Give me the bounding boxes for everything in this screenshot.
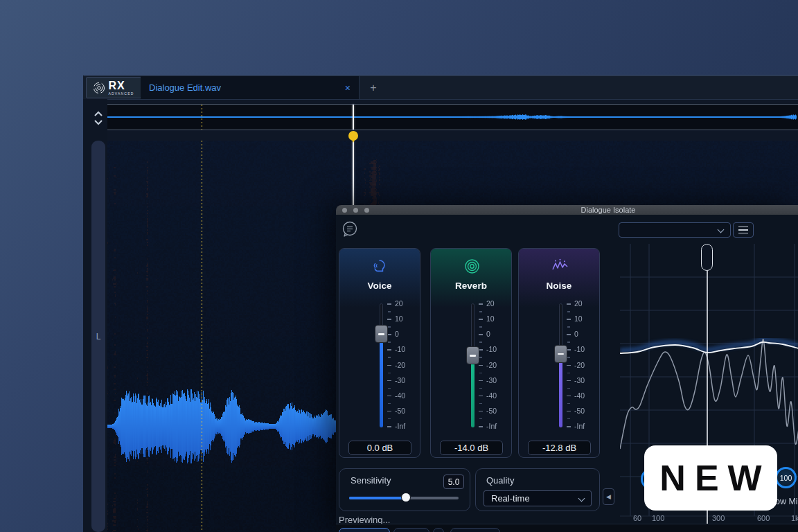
channel-strip[interactable]: L (91, 141, 105, 532)
footer-button[interactable] (450, 528, 500, 532)
help-tip-button[interactable] (341, 220, 359, 238)
reverb-fader-handle[interactable] (466, 346, 479, 364)
chevron-down-icon (94, 119, 103, 125)
sensitivity-panel: Sensitivity 5.0 (339, 468, 470, 511)
frequency-marker-handle[interactable] (701, 244, 713, 271)
channel-label: L (96, 332, 101, 342)
freq-tick-label: 60 (633, 514, 641, 522)
freq-tick-label: 100 (652, 514, 664, 522)
voice-icon (372, 258, 389, 275)
noise-gain-value[interactable]: -12.8 dB (528, 441, 591, 455)
dialogue-isolate-titlebar[interactable]: Dialogue Isolate (336, 205, 798, 215)
fader-label: Noise (519, 281, 599, 291)
voice-fader-handle[interactable] (375, 325, 388, 343)
footer-preview-button[interactable] (339, 528, 390, 532)
new-badge-text: NEW (659, 457, 770, 499)
reverb-gain-value[interactable]: -14.0 dB (440, 441, 503, 455)
mix-knob-label: ow Mix (775, 497, 798, 506)
reverb-fader-panel: Reverb 20100-10-20-30-40-50-Inf -14.0 dB (430, 248, 512, 458)
tab-close-icon[interactable]: × (345, 82, 351, 94)
preset-dropdown[interactable] (619, 222, 731, 238)
noise-fader-panel: Noise 20100-10-20-30-40-50-Inf -12.8 dB (518, 248, 600, 458)
hamburger-icon (738, 227, 748, 228)
reverb-icon (463, 258, 481, 275)
voice-gain-value[interactable]: 0.0 dB (348, 441, 411, 455)
overview-waveform-canvas[interactable] (107, 105, 797, 130)
spectrum-curve (620, 339, 798, 449)
sensitivity-value[interactable]: 5.0 (443, 475, 464, 489)
quality-selected: Real-time (491, 493, 530, 504)
spectrogram-time-marker (202, 141, 202, 532)
overview-time-marker (202, 105, 202, 130)
speech-bubble-icon (341, 220, 359, 238)
footer-button[interactable] (433, 528, 444, 532)
rx-swirl-icon (93, 82, 105, 94)
overview-playhead[interactable] (353, 105, 354, 130)
chevron-down-icon (718, 227, 725, 233)
freq-tick-label: 600 (757, 514, 770, 522)
voice-fader-fill (380, 334, 383, 427)
preset-menu-button[interactable] (733, 222, 754, 238)
voice-fader-panel: Voice 20100-10-20-30-40-50-Inf 0.0 dB (339, 248, 420, 458)
chevron-up-icon (94, 111, 103, 117)
fader-label: Voice (339, 281, 420, 291)
monitor-button[interactable]: ◀ (603, 488, 614, 505)
new-feature-badge: NEW (644, 445, 777, 511)
waveform-overview[interactable] (107, 104, 798, 130)
tab-dialogue-edit[interactable]: Dialogue Edit.wav × (141, 76, 360, 99)
screenshot-stage: RX ADVANCED Dialogue Edit.wav × + L Dial… (0, 0, 798, 532)
noise-fader-handle[interactable] (554, 345, 567, 363)
freq-tick-label: 1k (791, 514, 798, 522)
playhead-balloon-marker[interactable] (348, 131, 358, 141)
brand-edition: ADVANCED (108, 92, 134, 96)
fader-label: Reverb (431, 281, 511, 291)
noise-icon (551, 258, 569, 275)
freq-tick-label: 300 (712, 514, 725, 522)
quality-label: Quality (486, 475, 514, 486)
quality-panel: Quality Real-time (475, 468, 600, 511)
sensitivity-slider-fill (349, 497, 406, 499)
sensitivity-slider-handle[interactable] (401, 493, 411, 502)
waveform-spectrogram-balance-control[interactable] (91, 105, 106, 131)
new-tab-button[interactable]: + (363, 76, 384, 99)
footer-button[interactable] (393, 528, 429, 532)
reverb-fader-fill (471, 355, 475, 427)
quality-dropdown[interactable]: Real-time (484, 490, 592, 506)
window-title: Dialogue Isolate (336, 206, 798, 214)
mix-knob-value: 100 (780, 474, 792, 482)
brand-name: RX (108, 80, 134, 91)
chevron-down-icon (578, 495, 585, 502)
sensitivity-label: Sensitivity (351, 475, 391, 486)
speaker-icon: ◀ (606, 493, 611, 500)
rx-logo: RX ADVANCED (86, 77, 141, 98)
tab-title: Dialogue Edit.wav (149, 82, 345, 93)
mix-knob[interactable]: 100 (775, 467, 797, 488)
noise-fader-fill (559, 354, 562, 427)
